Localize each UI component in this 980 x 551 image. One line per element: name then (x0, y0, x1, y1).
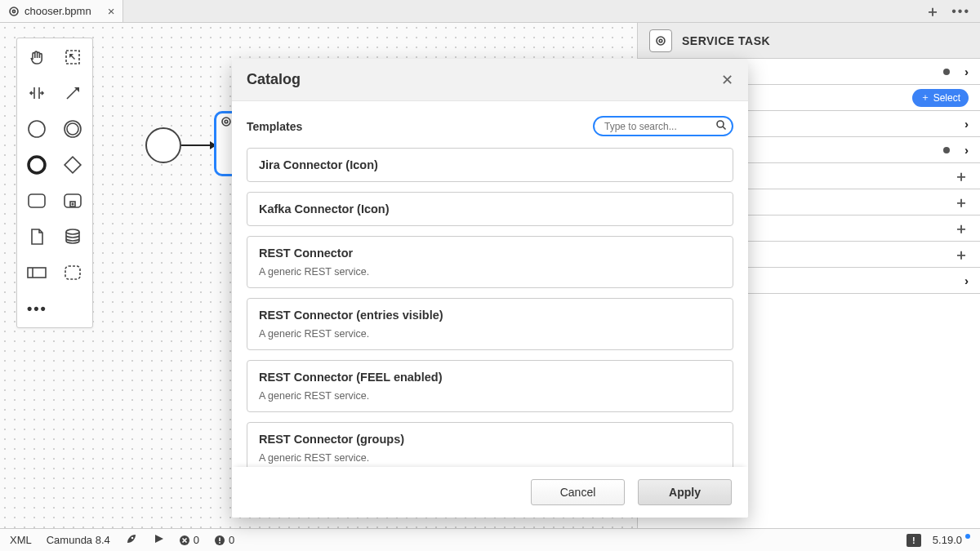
template-item[interactable]: REST Connector (entries visible)A generi… (247, 298, 733, 350)
svg-rect-22 (219, 542, 220, 544)
template-name: REST Connector (entries visible) (259, 309, 721, 322)
file-tab-label: chooser.bpmn (24, 5, 91, 17)
run-icon[interactable] (153, 533, 164, 547)
close-icon[interactable]: ✕ (721, 71, 733, 89)
bpmn-start-event[interactable] (145, 127, 181, 163)
template-item[interactable]: REST ConnectorA generic REST service. (247, 236, 733, 288)
plus-icon: ＋ (920, 91, 930, 104)
chevron-right-icon: › (964, 64, 969, 78)
template-description: A generic REST service. (259, 328, 721, 340)
chevron-right-icon: › (964, 117, 969, 131)
deploy-icon[interactable] (125, 532, 138, 548)
svg-point-11 (66, 229, 79, 234)
file-tab[interactable]: chooser.bpmn × (0, 0, 123, 22)
add-tab-icon[interactable]: ＋ (925, 2, 940, 21)
template-name: Kafka Connector (Icon) (259, 202, 721, 216)
svg-point-5 (67, 123, 78, 135)
group-icon[interactable] (58, 259, 87, 287)
select-template-button[interactable]: ＋Select (912, 89, 969, 107)
tab-bar: chooser.bpmn × ＋ ••• (0, 0, 980, 23)
chevron-right-icon: › (964, 143, 969, 157)
svg-point-14 (222, 118, 230, 126)
svg-point-0 (10, 7, 18, 16)
svg-point-16 (657, 37, 665, 45)
template-item[interactable]: Jira Connector (Icon) (247, 148, 733, 182)
close-tab-icon[interactable]: × (108, 5, 115, 17)
add-icon[interactable]: ＋ (954, 167, 969, 186)
svg-rect-8 (29, 194, 45, 207)
svg-point-6 (29, 157, 45, 173)
properties-title: SERVICE TASK (682, 34, 770, 47)
svg-rect-9 (65, 194, 81, 207)
template-search-input[interactable] (593, 116, 733, 136)
data-object-icon[interactable] (22, 223, 51, 251)
template-item[interactable]: Kafka Connector (Icon) (247, 192, 733, 226)
version-label[interactable]: 5.19.0 (933, 534, 970, 546)
data-store-icon[interactable] (58, 223, 87, 251)
start-event-icon[interactable] (22, 115, 51, 143)
template-name: REST Connector (259, 247, 721, 260)
add-icon[interactable]: ＋ (954, 193, 969, 212)
svg-rect-13 (65, 266, 80, 279)
svg-point-17 (659, 39, 662, 42)
template-description: A generic REST service. (259, 390, 721, 402)
task-icon[interactable] (22, 187, 51, 215)
svg-point-1 (12, 10, 15, 12)
warnings-count[interactable]: 0 (214, 534, 234, 546)
gateway-icon[interactable] (58, 151, 87, 179)
svg-rect-21 (219, 537, 220, 541)
platform-label[interactable]: Camunda 8.4 (47, 534, 110, 546)
svg-point-18 (131, 537, 133, 540)
template-description: A generic REST service. (259, 452, 721, 464)
gear-icon (8, 6, 20, 17)
svg-point-3 (29, 121, 45, 137)
feedback-icon[interactable]: ! (906, 534, 921, 547)
subprocess-icon[interactable] (58, 187, 87, 215)
svg-rect-12 (28, 268, 46, 278)
xml-toggle[interactable]: XML (10, 534, 32, 546)
errors-count[interactable]: 0 (179, 534, 199, 546)
intermediate-event-icon[interactable] (58, 115, 87, 143)
template-item[interactable]: REST Connector (FEEL enabled)A generic R… (247, 360, 733, 412)
catalog-modal: Catalog ✕ Templates Jira Connector (Icon… (232, 59, 748, 518)
tool-palette: ••• (16, 38, 93, 328)
indicator-dot-icon (943, 147, 950, 153)
svg-point-23 (717, 121, 724, 127)
template-item[interactable]: REST Connector (groups)A generic REST se… (247, 422, 733, 467)
chevron-right-icon: › (964, 273, 969, 287)
svg-rect-7 (65, 157, 81, 173)
template-name: REST Connector (groups) (259, 433, 721, 446)
hand-tool-icon[interactable] (22, 43, 51, 71)
svg-point-15 (225, 120, 228, 123)
tab-menu-icon[interactable]: ••• (951, 4, 970, 19)
end-event-icon[interactable] (22, 151, 51, 179)
cancel-button[interactable]: Cancel (531, 479, 625, 505)
bpmn-sequence-flow[interactable] (181, 144, 216, 146)
connect-tool-icon[interactable] (58, 79, 87, 107)
status-bar: XML Camunda 8.4 0 0 ! 5.19.0 (0, 528, 980, 551)
space-tool-icon[interactable] (22, 79, 51, 107)
lasso-tool-icon[interactable] (58, 43, 87, 71)
add-icon[interactable]: ＋ (954, 219, 969, 238)
update-available-icon (965, 534, 970, 539)
gear-icon (654, 34, 667, 47)
add-icon[interactable]: ＋ (954, 245, 969, 264)
indicator-dot-icon (943, 69, 950, 75)
pool-icon[interactable] (22, 259, 51, 287)
templates-heading: Templates (247, 120, 302, 133)
template-description: A generic REST service. (259, 266, 721, 278)
template-name: REST Connector (FEEL enabled) (259, 371, 721, 384)
element-type-icon (649, 29, 672, 52)
palette-more-icon[interactable]: ••• (22, 295, 87, 322)
modal-title: Catalog (247, 71, 301, 88)
search-icon (715, 119, 727, 134)
apply-button[interactable]: Apply (638, 479, 732, 505)
gear-icon (220, 115, 233, 128)
template-name: Jira Connector (Icon) (259, 158, 721, 171)
